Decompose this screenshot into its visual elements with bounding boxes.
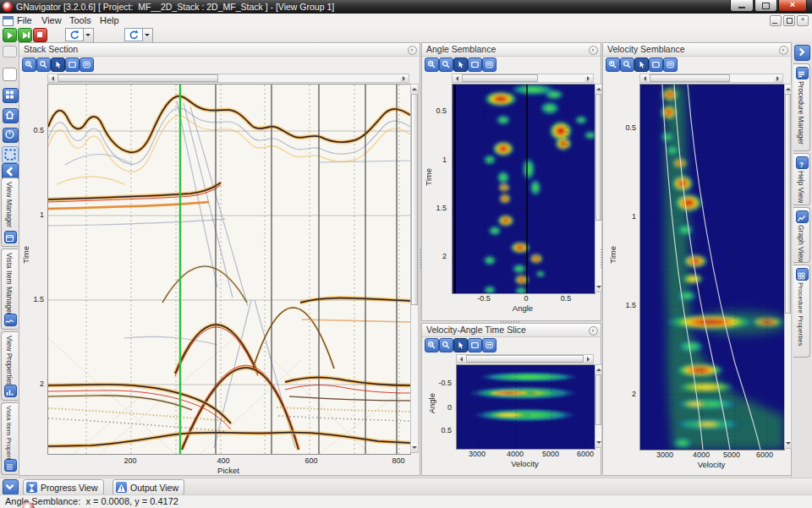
scroll-up-button[interactable] [411,85,418,93]
vertical-scrollbar[interactable] [410,84,419,453]
sidebar-tab-help-view[interactable]: ? Help View [793,153,810,205]
maximize-button[interactable] [754,0,777,12]
flow-selector-2[interactable] [124,28,153,41]
progress-view-button[interactable]: Progress View [23,479,104,495]
scroll-down-button[interactable] [785,440,791,448]
scroll-up-button[interactable] [595,85,601,93]
menu-help[interactable]: Help [95,14,124,27]
splitter-grip[interactable] [501,321,521,323]
scrollbar-thumb[interactable] [785,94,791,314]
panel-header[interactable]: Stack Section [19,43,420,57]
splitter-grip[interactable] [601,249,602,270]
horizontal-scrollbar[interactable] [456,354,594,363]
sidebar-tab-procedure-properties[interactable]: Procedure Properties [793,265,810,358]
sidebar-tab-view-properties[interactable]: View Properties [1,331,18,401]
view-options-button[interactable] [482,338,497,352]
zoom-out-button[interactable] [620,57,634,72]
sidebar-tab-view-manager[interactable]: View Manager [1,178,18,247]
flow-selector-1[interactable] [65,28,94,41]
scroll-down-button[interactable] [595,439,601,447]
menu-tools[interactable]: Tools [64,14,96,27]
scrollbar-thumb[interactable] [466,355,584,363]
zoom-in-button[interactable] [425,57,439,72]
cursor-tool-button[interactable] [453,338,468,352]
collapse-bottom-button[interactable] [3,479,19,495]
scroll-up-button[interactable] [595,365,601,374]
horizontal-scrollbar[interactable] [639,74,783,83]
zoom-in-button[interactable] [22,57,36,72]
output-view-button[interactable]: Output View [112,479,184,495]
view-options-button[interactable] [663,57,678,72]
zoom-out-button[interactable] [36,57,51,72]
titlebar[interactable]: GNavigator [3.2.0.6] [ Project: MF__2D_S… [0,0,812,14]
scrollbar-thumb[interactable] [462,74,538,82]
undock-icon[interactable] [589,326,598,336]
rect-select-button[interactable] [649,57,663,72]
mdi-minimize-button[interactable] [770,15,782,26]
scroll-down-button[interactable] [595,283,601,292]
mdi-restore-button[interactable] [783,15,795,26]
scroll-left-button[interactable] [640,74,649,82]
scroll-left-button[interactable] [453,74,461,82]
undock-icon[interactable] [779,46,788,55]
restore-panel-icon[interactable] [3,46,17,57]
stack-section-plot[interactable] [47,84,411,455]
navigate-icon[interactable] [3,128,19,143]
dropdown-button[interactable] [84,28,94,43]
sidebar-tab-vista-item-properties[interactable]: Vista Item Properties [1,402,18,475]
sidebar-tab-vista-item-manager[interactable]: Vista Item Manager [1,249,18,330]
run-all-button[interactable] [18,28,32,42]
scroll-left-button[interactable] [457,355,465,363]
rect-select-button[interactable] [65,57,80,72]
home-icon[interactable] [3,108,19,123]
horizontal-scrollbar[interactable] [47,74,409,83]
panel-header[interactable]: Velocity-Angle Time Slice [422,324,601,337]
scroll-right-button[interactable] [774,74,782,82]
zoom-in-button[interactable] [425,338,439,352]
mdi-close-button[interactable]: × [797,15,809,26]
scrollbar-thumb[interactable] [411,94,418,305]
menu-file[interactable]: File [12,14,37,27]
vertical-scrollbar[interactable] [784,84,792,449]
scrollbar-thumb[interactable] [58,74,218,82]
undock-icon[interactable] [589,46,598,55]
scroll-right-button[interactable] [400,74,409,82]
view-options-button[interactable] [482,57,497,72]
undock-icon[interactable] [408,46,417,55]
scrollbar-thumb[interactable] [650,74,730,82]
velocity-angle-slice-plot[interactable] [456,364,595,450]
sidebar-tab-procedure-manager[interactable]: Procedure Manager [793,63,810,151]
cursor-tool-button[interactable] [634,57,649,72]
view-options-button[interactable] [80,57,94,72]
cursor-tool-button[interactable] [453,57,468,72]
minimize-button[interactable] [730,0,754,12]
rect-select-button[interactable] [468,57,482,72]
cursor-tool-button[interactable] [51,57,65,72]
panel-header[interactable]: Angle Semblance [422,43,601,57]
scrollbar-thumb[interactable] [595,374,601,425]
horizontal-scrollbar[interactable] [452,74,594,83]
zoom-out-button[interactable] [439,57,453,72]
zoom-out-button[interactable] [439,338,453,352]
window-icon[interactable] [3,68,17,81]
close-button[interactable]: × [778,0,807,12]
panel-header[interactable]: Velocity Semblance [603,43,791,57]
vertical-scrollbar[interactable] [595,364,602,448]
dropdown-button[interactable] [143,28,153,43]
rect-select-button[interactable] [468,338,482,352]
scroll-right-button[interactable] [584,355,593,363]
menu-view[interactable]: View [36,14,67,27]
run-button[interactable] [3,28,17,42]
sidebar-tab-graph-view[interactable]: Graph View [793,207,810,263]
angle-semblance-plot[interactable] [452,84,595,294]
select-region-icon[interactable] [2,146,19,163]
zoom-in-button[interactable] [606,57,620,72]
scroll-left-button[interactable] [48,74,57,82]
expand-right-button[interactable] [794,45,810,61]
stop-button[interactable] [33,28,47,42]
velocity-semblance-plot[interactable] [639,84,785,451]
scrollbar-thumb[interactable] [595,94,601,221]
scroll-right-button[interactable] [584,74,593,82]
tile-windows-icon[interactable] [3,88,19,103]
scroll-up-button[interactable] [785,85,791,93]
